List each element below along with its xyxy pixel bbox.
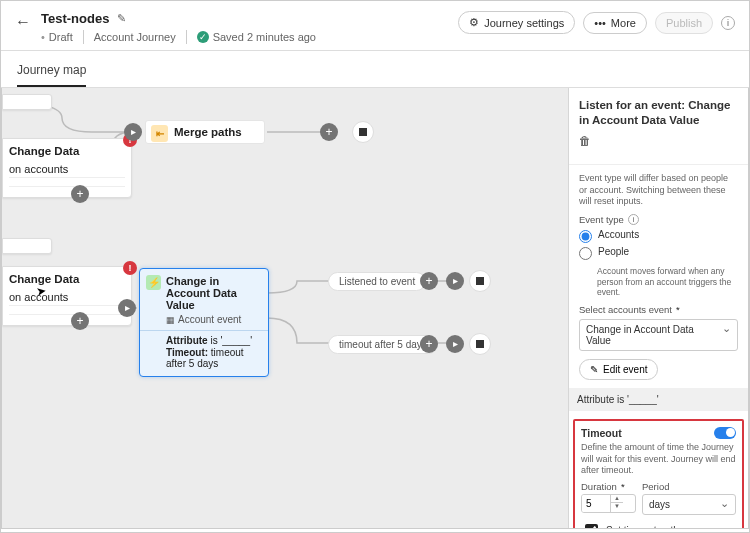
journey-settings-button[interactable]: ⚙ Journey settings [458, 11, 575, 34]
edit-title-icon[interactable]: ✎ [117, 12, 126, 25]
period-select[interactable]: days [642, 494, 736, 515]
back-arrow[interactable]: ← [15, 11, 31, 31]
period-label: Period [642, 481, 736, 492]
radio-accounts-label: Accounts [598, 229, 639, 240]
merge-label: Merge paths [174, 126, 242, 138]
timeout-toggle[interactable] [714, 427, 736, 439]
chip-listened-to-event[interactable]: Listened to event [328, 272, 426, 291]
trash-icon[interactable]: 🗑 [579, 134, 591, 148]
set-timeout-path-checkbox[interactable]: Set timeout path [581, 521, 736, 528]
spin-up-icon[interactable]: ▲ [611, 495, 623, 503]
set-timeout-path-label: Set timeout path [606, 525, 679, 528]
more-label: More [611, 17, 636, 29]
node-change-data-1[interactable]: ! Change Data on accounts [2, 138, 132, 198]
timeout-section: Timeout Define the amount of time the Jo… [573, 419, 744, 528]
attr-value: is '_____' [210, 335, 252, 346]
add-node-icon[interactable]: + [320, 123, 338, 141]
event-node-title: Change in Account Data Value [166, 275, 262, 311]
lightning-icon: ⚡ [146, 275, 161, 290]
journey-type-label: Account Journey [94, 31, 176, 43]
node-subtitle: on accounts [9, 291, 125, 303]
merge-icon: ⇤ [151, 125, 168, 142]
timeout-label: Timeout: [166, 347, 208, 358]
add-node-icon[interactable]: + [71, 185, 89, 203]
info-icon[interactable]: i [721, 16, 735, 30]
ellipsis-icon: ••• [594, 17, 606, 29]
connector-arrow-icon[interactable]: ▸ [118, 299, 136, 317]
select-event-label: Select accounts event [579, 304, 738, 315]
event-type-label: Event type i [579, 214, 738, 225]
radio-people[interactable]: People Account moves forward when any pe… [579, 246, 738, 298]
info-icon[interactable]: i [628, 214, 639, 225]
end-node-icon[interactable] [469, 333, 491, 355]
radio-people-label: People [598, 246, 629, 257]
status-badge: Draft [41, 31, 73, 43]
saved-check-icon: ✓ [197, 31, 209, 43]
timeout-title: Timeout [581, 427, 622, 439]
radio-accounts[interactable]: Accounts [579, 229, 738, 243]
edit-event-button[interactable]: ✎ Edit event [579, 359, 658, 380]
side-panel: Listen for an event: Change in Account D… [568, 88, 748, 528]
add-node-icon[interactable]: + [420, 272, 438, 290]
attribute-preview: Attribute is '_____' [569, 388, 748, 411]
publish-label: Publish [666, 17, 702, 29]
radio-people-hint: Account moves forward when any person fr… [597, 266, 738, 298]
node-change-data-2[interactable]: ! Change Data on accounts [2, 266, 132, 326]
timeout-hint: Define the amount of time the Journey wi… [581, 442, 736, 477]
duration-label: Duration [581, 481, 636, 492]
node-truncated[interactable] [2, 94, 52, 110]
add-node-icon[interactable]: + [420, 335, 438, 353]
node-title: Change Data [9, 145, 125, 157]
edit-event-label: Edit event [603, 364, 647, 375]
spin-down-icon[interactable]: ▼ [611, 503, 623, 510]
node-merge-paths[interactable]: ⇤ Merge paths [145, 120, 265, 144]
saved-label: Saved 2 minutes ago [213, 31, 316, 43]
tab-journey-map[interactable]: Journey map [17, 59, 86, 87]
attr-label: Attribute [166, 335, 208, 346]
gear-icon: ⚙ [469, 16, 479, 29]
publish-button[interactable]: Publish [655, 12, 713, 34]
alert-icon: ! [123, 261, 137, 275]
connector-arrow-icon[interactable]: ▸ [124, 123, 142, 141]
end-node-icon[interactable] [469, 270, 491, 292]
page-title: Test-nodes [41, 11, 109, 26]
node-change-account-data-value[interactable]: ⚡ Change in Account Data Value Account e… [139, 268, 269, 377]
panel-heading: Listen for an event: Change in Account D… [579, 98, 738, 128]
connector-arrow-icon[interactable]: ▸ [446, 272, 464, 290]
more-button[interactable]: ••• More [583, 12, 647, 34]
pencil-icon: ✎ [590, 364, 598, 375]
end-node-icon[interactable] [352, 121, 374, 143]
node-truncated2[interactable] [2, 238, 52, 254]
panel-hint: Event type will differ based on people o… [579, 173, 738, 208]
select-accounts-event[interactable]: Change in Account Data Value [579, 319, 738, 351]
add-node-icon[interactable]: + [71, 312, 89, 330]
duration-input[interactable]: ▲▼ [581, 494, 636, 513]
period-value: days [649, 499, 670, 510]
journey-settings-label: Journey settings [484, 17, 564, 29]
duration-field[interactable] [582, 495, 610, 512]
event-node-subtitle: Account event [166, 314, 262, 325]
select-value: Change in Account Data Value [586, 324, 694, 346]
connector-arrow-icon[interactable]: ▸ [446, 335, 464, 353]
node-title: Change Data [9, 273, 125, 285]
node-subtitle: on accounts [9, 163, 125, 175]
